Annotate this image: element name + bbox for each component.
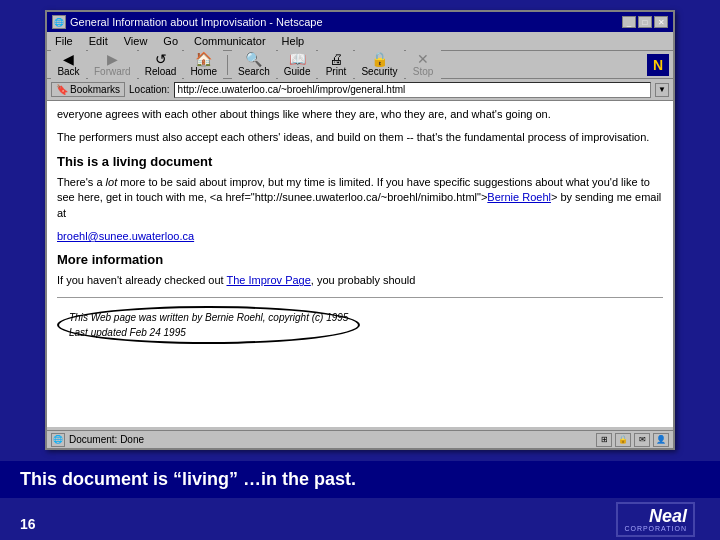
security-icon: 🔒 bbox=[371, 52, 388, 66]
para2: There's a lot more to be said about impr… bbox=[57, 175, 663, 221]
browser-icon: 🌐 bbox=[52, 15, 66, 29]
back-icon: ◀ bbox=[63, 52, 74, 66]
security-label: Security bbox=[361, 66, 397, 77]
copyright-line1: This Web page was written by Bernie Roeh… bbox=[69, 310, 348, 325]
guide-button[interactable]: 📖 Guide bbox=[278, 49, 317, 80]
search-icon: 🔍 bbox=[245, 52, 262, 66]
forward-icon: ▶ bbox=[107, 52, 118, 66]
toolbar-separator-1 bbox=[227, 55, 228, 75]
minimize-button[interactable]: _ bbox=[622, 16, 636, 28]
improv-page-link[interactable]: The Improv Page bbox=[226, 274, 310, 286]
title-bar: 🌐 General Information about Improvisatio… bbox=[47, 12, 673, 32]
status-right-icons: ⊞ 🔒 ✉ 👤 bbox=[596, 433, 669, 447]
search-label: Search bbox=[238, 66, 270, 77]
status-icon-3: ✉ bbox=[634, 433, 650, 447]
security-button[interactable]: 🔒 Security bbox=[355, 49, 403, 80]
status-bar: 🌐 Document: Done ⊞ 🔒 ✉ 👤 bbox=[47, 430, 673, 448]
back-label: Back bbox=[57, 66, 79, 77]
forward-button[interactable]: ▶ Forward bbox=[88, 49, 137, 80]
reload-label: Reload bbox=[145, 66, 177, 77]
home-icon: 🏠 bbox=[195, 52, 212, 66]
copyright-section: This Web page was written by Bernie Roeh… bbox=[57, 306, 663, 344]
heading2: More information bbox=[57, 252, 663, 267]
logo-sub-text: CORPORATION bbox=[624, 525, 687, 532]
menu-file[interactable]: File bbox=[52, 34, 76, 48]
menu-help[interactable]: Help bbox=[279, 34, 308, 48]
email-link[interactable]: broehl@sunee.uwaterloo.ca bbox=[57, 230, 194, 242]
home-label: Home bbox=[190, 66, 217, 77]
bookmarks-label: Bookmarks bbox=[70, 84, 120, 95]
page-number: 16 bbox=[20, 516, 36, 532]
status-text: Document: Done bbox=[69, 434, 596, 445]
bottom-caption: This document is “living” …in the past. bbox=[0, 461, 720, 498]
guide-label: Guide bbox=[284, 66, 311, 77]
home-button[interactable]: 🏠 Home bbox=[184, 49, 223, 80]
toolbar: ◀ Back ▶ Forward ↺ Reload 🏠 Home 🔍 Searc… bbox=[47, 51, 673, 79]
bernie-link[interactable]: Bernie Roehl bbox=[487, 191, 551, 203]
title-bar-buttons: _ □ ✕ bbox=[622, 16, 668, 28]
print-icon: 🖨 bbox=[329, 52, 343, 66]
location-bar: 🔖 Bookmarks Location: ▼ bbox=[47, 79, 673, 101]
stop-label: Stop bbox=[413, 66, 434, 77]
heading1: This is a living document bbox=[57, 154, 663, 169]
location-dropdown-button[interactable]: ▼ bbox=[655, 83, 669, 97]
forward-label: Forward bbox=[94, 66, 131, 77]
caption-text: This document is “living” …in the past. bbox=[20, 469, 356, 490]
logo-main-text: Neal bbox=[649, 507, 687, 525]
divider bbox=[57, 297, 663, 298]
reload-icon: ↺ bbox=[155, 52, 167, 66]
location-label: Location: bbox=[129, 84, 170, 95]
print-label: Print bbox=[326, 66, 347, 77]
content-area[interactable]: everyone agrees with each other about th… bbox=[47, 101, 673, 427]
bookmark-icon: 🔖 bbox=[56, 84, 68, 95]
guide-icon: 📖 bbox=[289, 52, 306, 66]
bookmarks-button[interactable]: 🔖 Bookmarks bbox=[51, 82, 125, 97]
menu-go[interactable]: Go bbox=[160, 34, 181, 48]
copyright-oval: This Web page was written by Bernie Roeh… bbox=[57, 306, 360, 344]
maximize-button[interactable]: □ bbox=[638, 16, 652, 28]
copyright-line2: Last updated Feb 24 1995 bbox=[69, 325, 348, 340]
status-icon-1: ⊞ bbox=[596, 433, 612, 447]
intro-paragraph: everyone agrees with each other about th… bbox=[57, 107, 663, 122]
netscape-logo: N bbox=[647, 54, 669, 76]
logo-box: Neal CORPORATION bbox=[616, 502, 695, 537]
close-button[interactable]: ✕ bbox=[654, 16, 668, 28]
status-icon-2: 🔒 bbox=[615, 433, 631, 447]
reload-button[interactable]: ↺ Reload bbox=[139, 49, 183, 80]
print-button[interactable]: 🖨 Print bbox=[318, 49, 353, 80]
stop-icon: ✕ bbox=[417, 52, 429, 66]
para1: The performers must also accept each oth… bbox=[57, 130, 663, 145]
browser-window: 🌐 General Information about Improvisatio… bbox=[45, 10, 675, 450]
para3: If you haven't already checked out The I… bbox=[57, 273, 663, 288]
menu-communicator[interactable]: Communicator bbox=[191, 34, 269, 48]
menu-view[interactable]: View bbox=[121, 34, 151, 48]
stop-button[interactable]: ✕ Stop bbox=[406, 49, 441, 80]
logo-area: Neal CORPORATION bbox=[600, 498, 700, 540]
title-bar-left: 🌐 General Information about Improvisatio… bbox=[52, 15, 323, 29]
status-icon-4: 👤 bbox=[653, 433, 669, 447]
search-button[interactable]: 🔍 Search bbox=[232, 49, 276, 80]
back-button[interactable]: ◀ Back bbox=[51, 49, 86, 80]
window-title: General Information about Improvisation … bbox=[70, 16, 323, 28]
status-icon: 🌐 bbox=[51, 433, 65, 447]
menu-edit[interactable]: Edit bbox=[86, 34, 111, 48]
url-input[interactable] bbox=[174, 82, 651, 98]
